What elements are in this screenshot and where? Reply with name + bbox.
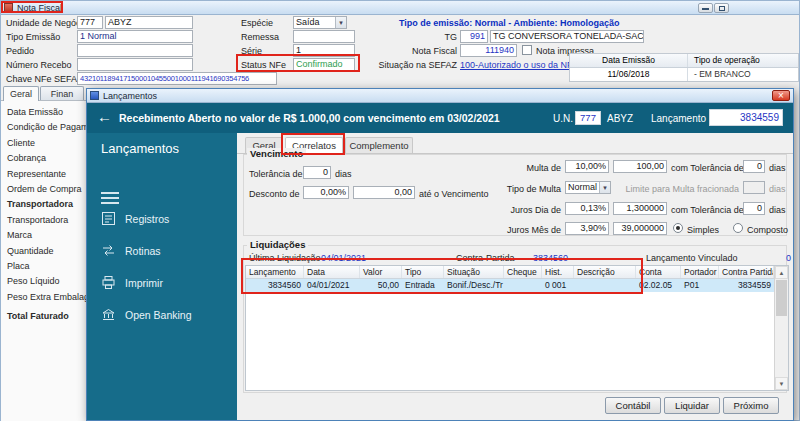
sidebar-item-ordem-compra[interactable]: Ordem de Compra [1,182,86,197]
scrollbar-thumb[interactable] [776,280,787,316]
juros-mes-pct-field[interactable]: 3,90% [565,222,609,235]
situacao-sefaz-link[interactable]: 100-Autorizado o uso da NF-e [460,60,581,70]
sidebar-item-transportadora[interactable]: Transportadora [1,213,86,228]
col-valor[interactable]: Valor [360,266,402,278]
scroll-up-icon[interactable]: ▲ [775,266,788,279]
tipo-operacao-cell: - EM BRANCO [688,68,798,81]
un-label: U.N. [553,113,573,124]
table-scrollbar[interactable]: ▲ ▼ [774,266,788,390]
col-cheque[interactable]: Cheque [504,266,542,278]
sidebar-item-peso-liquido[interactable]: Peso Líquido [1,274,86,289]
cell-valor: 50,00 [360,279,402,292]
emissao-banner: Tipo de emissão: Normal - Ambiente: Homo… [399,18,620,29]
sidebar-item-cobranca[interactable]: Cobrança [1,151,86,166]
col-portador[interactable]: Portador [681,266,719,278]
col-lancamento[interactable]: Lançamento [246,266,304,278]
menu-icon[interactable] [101,189,119,207]
back-icon[interactable]: ← [97,108,112,125]
tolerancia-dias-label: dias [335,169,352,180]
tolerancia-field[interactable]: 0 [303,166,331,179]
unidade-negocio-code-field[interactable]: 777 [77,16,103,29]
liquidar-button[interactable]: Liquidar [664,397,720,414]
sidebar-item-rotinas[interactable]: Rotinas [101,243,161,258]
sidebar-item-marca[interactable]: Marca [1,228,86,243]
multa-valor-field[interactable]: 100,00 [613,160,667,173]
juros-dia-dias-label: dias [769,205,786,216]
desconto-pct-field[interactable]: 0,00% [303,186,349,199]
remessa-field[interactable] [293,30,355,43]
sidebar-item-transportadora-group[interactable]: Transportadora [1,197,86,212]
especie-select[interactable]: Saída ▾ [293,16,347,29]
tg-name-field[interactable]: TG CONVERSORA TONELADA-SACO [490,30,644,43]
emissao-grid-row[interactable]: 11/06/2018 - EM BRANCO [570,68,798,81]
sidebar-item-peso-extra-embalagem[interactable]: Peso Extra Embalage [1,290,86,305]
sidebar-item-total-faturado[interactable]: Total Faturado [1,309,86,324]
multa-pct-field[interactable]: 10,00% [565,160,609,173]
tab-geral-nf[interactable]: Geral [3,86,39,101]
close-button[interactable]: × [772,90,790,101]
sidebar-item-data-emissao[interactable]: Data Emissão [1,105,86,120]
multa-label: Multa de [493,163,561,174]
chevron-down-icon: ▾ [335,17,346,28]
tg-label: TG [421,32,457,43]
juros-dia-pct-field[interactable]: 0,13% [565,202,609,215]
chave-nfe-field[interactable]: 4321011894171500010455001000111941690354… [77,72,277,85]
tg-code-field[interactable]: 991 [460,30,488,43]
juros-mes-valor-field[interactable]: 39,000000 [613,222,667,235]
numero-recebo-field[interactable] [77,58,193,71]
vencimento-title: Vencimento [247,148,306,159]
nota-fiscal-number-field[interactable]: 111940 [460,44,517,57]
col-descricao[interactable]: Descrição [574,266,636,278]
table-row[interactable]: 3834560 04/01/2021 50,00 Entrada Bonif./… [246,279,788,292]
tolerancia-label: Tolerância de [249,169,303,180]
lancamentos-titlebar[interactable]: Lançamentos × [87,89,793,103]
sidebar-item-cliente[interactable]: Cliente [1,136,86,151]
tipo-multa-select[interactable]: Normal ▾ [565,181,611,194]
serie-field[interactable]: 1 [293,44,355,57]
scroll-down-icon[interactable]: ▼ [775,377,788,390]
lancamento-vinculado-value: 0 [753,253,791,263]
col-tipo[interactable]: Tipo [402,266,444,278]
simples-radio[interactable] [673,223,683,233]
especie-value: Saída [296,17,320,27]
multa-tolerancia-field[interactable]: 0 [743,160,765,173]
data-emissao-column-header[interactable]: Data Emissão [570,54,688,67]
col-data[interactable]: Data [304,266,360,278]
simples-label: Simples [687,225,719,236]
tipo-operacao-column-header[interactable]: Tipo de operação [688,54,798,67]
sidebar-item-imprimir[interactable]: Imprimir [101,275,163,290]
unidade-negocio-name-field[interactable]: ABYZ [105,16,193,29]
juros-dia-valor-field[interactable]: 1,300000 [613,202,667,215]
pedido-field[interactable] [77,44,193,57]
col-situacao[interactable]: Situação [444,266,504,278]
sidebar-item-open-banking[interactable]: Open Banking [101,307,192,322]
sidebar-item-quantidade[interactable]: Quantidade [1,244,86,259]
sidebar-item-representante[interactable]: Representante [1,167,86,182]
sidebar-item-condicao-pagamento[interactable]: Condição de Pagame [1,120,86,135]
sidebar-item-placa[interactable]: Placa [1,259,86,274]
nota-impressa-checkbox[interactable] [522,45,532,55]
sidebar-item-label: Imprimir [125,277,163,289]
tipo-emissao-field[interactable]: 1 Normal [77,30,193,43]
sidebar-item-registros[interactable]: Registros [101,211,169,226]
remessa-label: Remessa [241,32,279,43]
col-conta[interactable]: Conta [636,266,681,278]
col-contra-partida[interactable]: Contra Partida [719,266,774,278]
col-hist[interactable]: Hist. [542,266,574,278]
cell-lancamento: 3834560 [246,279,304,292]
lancamentos-header: ← Recebimento Aberto no valor de R$ 1.00… [87,103,793,133]
lancamento-number-field[interactable]: 3834559 [709,109,783,126]
maximize-button[interactable] [714,3,729,13]
minimize-button[interactable] [698,3,713,13]
proximo-button[interactable]: Próximo [723,397,779,414]
desconto-valor-field[interactable]: 0,00 [353,186,415,199]
lancamentos-content: Geral Correlatos Complemento Vencimento … [237,133,793,420]
tab-financeiro-nf[interactable]: Finan [40,86,84,100]
tab-complemento[interactable]: Complemento [345,137,413,153]
nota-fiscal-titlebar[interactable]: Nota Fiscal [1,1,799,15]
contabil-button[interactable]: Contábil [605,397,661,414]
composto-radio[interactable] [733,223,743,233]
juros-dia-tolerancia-field[interactable]: 0 [743,202,765,215]
screen: Nota Fiscal Unidade de Negócio 777 ABYZ … [0,0,800,421]
juros-mes-label: Juros Mês de [493,225,561,236]
